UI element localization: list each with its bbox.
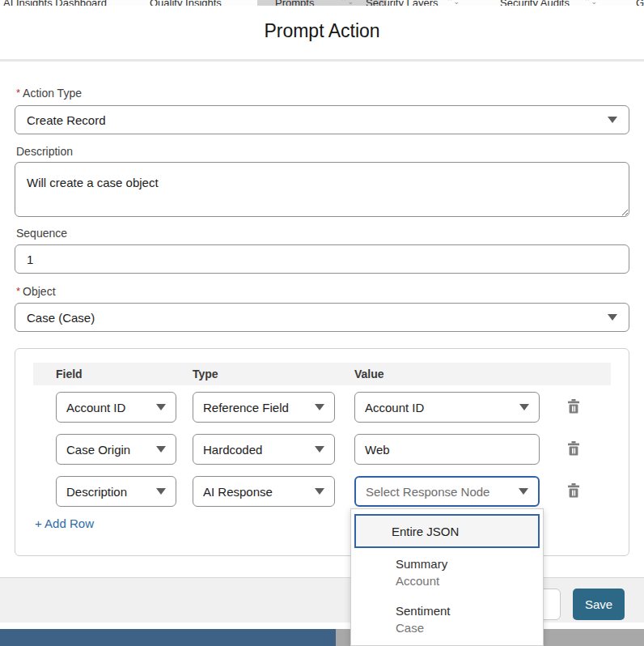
page-title: Prompt Action: [0, 20, 644, 42]
tab-security-layers[interactable]: Security Layers: [366, 0, 439, 6]
row3-value-placeholder: Select Response Node: [366, 485, 519, 499]
tab-quality-insights[interactable]: Quality Insights: [150, 0, 222, 6]
row3-field-value: Description: [66, 485, 156, 499]
trash-icon: [567, 399, 580, 414]
tab-cutoff-right[interactable]: G: [636, 0, 644, 6]
option-summary-object[interactable]: Account: [396, 572, 543, 589]
header-type: Type: [193, 368, 354, 380]
tab-prompts[interactable]: Prompts: [275, 0, 314, 6]
sequence-label: Sequence: [16, 227, 67, 240]
tab-security-audits-caret-icon[interactable]: ⌃⌄: [584, 0, 598, 6]
chevron-down-icon: [519, 488, 528, 495]
trash-icon: [567, 483, 580, 498]
row2-field-select[interactable]: Case Origin: [56, 434, 176, 465]
row3-value-select[interactable]: Select Response Node: [354, 476, 540, 507]
row2-value-input-box: [354, 434, 540, 465]
row1-field-select[interactable]: Account ID: [56, 392, 176, 423]
option-entire-json[interactable]: Entire JSON: [354, 514, 540, 548]
object-value: Case (Case): [27, 311, 608, 325]
row2-delete-button[interactable]: [567, 441, 580, 457]
row2-type-value: Hardcoded: [203, 443, 315, 457]
background-blue-bar: [0, 629, 336, 646]
background-tab-bar: AI Insights Dashboard Quality Insights P…: [0, 0, 644, 6]
action-type-select[interactable]: Create Record: [15, 105, 629, 134]
add-row-button[interactable]: + Add Row: [35, 516, 94, 530]
mapping-table-header: Field Type Value: [33, 363, 611, 385]
background-bottom-area: [0, 629, 644, 646]
chevron-down-icon: [156, 488, 166, 495]
chevron-down-icon: [315, 404, 324, 410]
save-button[interactable]: Save: [573, 589, 625, 620]
row3-delete-button[interactable]: [567, 483, 580, 499]
option-summary[interactable]: Summary: [396, 555, 543, 572]
chevron-down-icon: [608, 117, 617, 123]
row3-type-value: AI Response: [203, 485, 315, 499]
row1-delete-button[interactable]: [567, 399, 580, 415]
table-row: Account ID Reference Field Account ID: [33, 392, 611, 423]
row1-value-select[interactable]: Account ID: [354, 392, 540, 423]
sequence-input[interactable]: [15, 244, 629, 274]
chevron-down-icon: [608, 314, 617, 321]
table-row: Case Origin Hardcoded: [33, 434, 611, 465]
required-asterisk: *: [16, 87, 20, 99]
chevron-down-icon: [315, 488, 324, 495]
tab-ai-insights-dashboard[interactable]: AI Insights Dashboard: [3, 0, 107, 6]
chevron-down-icon: [315, 446, 324, 453]
trash-icon: [567, 441, 580, 456]
header-value: Value: [354, 368, 540, 380]
required-asterisk: *: [16, 285, 20, 297]
row1-field-value: Account ID: [66, 401, 156, 414]
object-select[interactable]: Case (Case): [15, 303, 629, 332]
chevron-down-icon: [156, 404, 166, 410]
row2-type-select[interactable]: Hardcoded: [193, 434, 335, 465]
chevron-down-icon: [519, 404, 529, 410]
row3-type-select[interactable]: AI Response: [193, 476, 335, 507]
title-divider: [0, 59, 644, 62]
option-group-summary[interactable]: Summary Account: [351, 555, 543, 589]
description-label: Description: [16, 145, 73, 158]
table-row: Description AI Response Select Response …: [33, 476, 611, 507]
screen: AI Insights Dashboard Quality Insights P…: [0, 0, 644, 646]
tab-security-audits[interactable]: Security Audits: [500, 0, 570, 6]
option-group-sentiment[interactable]: Sentiment Case: [351, 602, 543, 636]
tab-security-layers-caret-icon[interactable]: ⌃⌄: [447, 0, 460, 6]
action-type-value: Create Record: [27, 113, 608, 127]
prompt-action-modal: Prompt Action *Action Type Create Record…: [0, 6, 644, 629]
header-field: Field: [56, 368, 193, 380]
description-textarea[interactable]: Will create a case object: [15, 162, 629, 217]
option-sentiment-object[interactable]: Case: [396, 619, 543, 636]
tab-prompts-caret-icon[interactable]: ⌃⌄: [341, 0, 354, 6]
action-type-label: *Action Type: [16, 87, 82, 100]
row1-type-select[interactable]: Reference Field: [193, 392, 335, 423]
row2-field-value: Case Origin: [66, 443, 156, 457]
chevron-down-icon: [156, 446, 166, 453]
row2-value-input[interactable]: [365, 443, 529, 457]
object-label: *Object: [16, 285, 56, 298]
row3-field-select[interactable]: Description: [56, 476, 176, 507]
option-sentiment[interactable]: Sentiment: [396, 602, 543, 619]
row1-value-value: Account ID: [365, 401, 519, 414]
row1-type-value: Reference Field: [203, 401, 315, 414]
response-node-dropdown: Entire JSON Summary Account Sentiment Ca…: [350, 508, 544, 646]
